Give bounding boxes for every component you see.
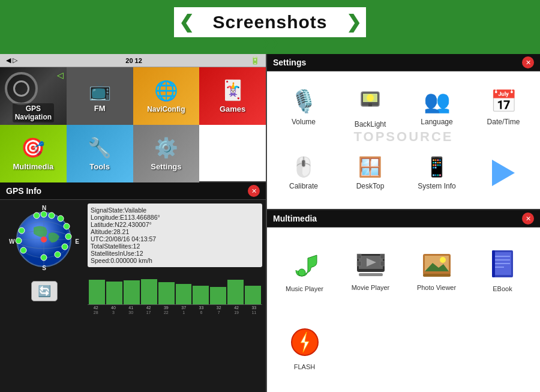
multimedia-item-music[interactable]: Music Player	[273, 234, 336, 309]
svg-point-11	[58, 216, 64, 222]
svg-rect-21	[368, 103, 372, 106]
naviconfig-icon: 🌐	[154, 79, 178, 102]
svg-point-15	[55, 252, 61, 258]
settings-app-icon: ⚙️	[154, 136, 178, 159]
settings-item-volume[interactable]: 🎙️ Volume	[272, 76, 335, 139]
app-cell-gps[interactable]: ◁ GPSNavigation	[0, 67, 67, 125]
settings-item-desktop[interactable]: 🪟 DeskTop	[338, 142, 402, 204]
photo-viewer-icon	[422, 251, 452, 280]
compass-n-label: N	[42, 205, 46, 211]
header-title: Screenshots	[212, 12, 327, 32]
svg-point-13	[65, 234, 71, 240]
settings-item-language[interactable]: 👥 Language	[405, 76, 469, 139]
fm-icon: 📺	[89, 80, 111, 101]
sysinfo-label: System Info	[418, 182, 455, 190]
multimedia-label: Multimedia	[13, 162, 53, 171]
tools-label: Tools	[89, 162, 110, 171]
settings-panel-header: Settings ✕	[267, 54, 540, 71]
latitude: Latitude:N22.430007°	[91, 221, 259, 228]
bar-3	[124, 280, 140, 304]
gps-chart: 42 40 41 42 39 37 33 32 42 33 28	[88, 269, 262, 388]
naviconfig-label: NaviConfig	[147, 105, 185, 113]
multimedia-grid: Music Player	[267, 228, 540, 392]
games-icon: 🃏	[221, 79, 245, 101]
svg-point-22	[298, 269, 305, 276]
bar-8	[210, 287, 226, 305]
settings-item-backlight[interactable]: BackLight	[338, 76, 402, 139]
bar-4	[141, 279, 157, 304]
utc: UTC:20/08/16 04:13:57	[91, 235, 259, 243]
settings-item-datetime[interactable]: 📅 Date/Time	[472, 76, 535, 139]
gps-wheel-inner	[13, 80, 29, 97]
altitude: Altitude:28.21	[91, 228, 259, 235]
settings-grid: 🎙️ Volume BackLight 👥	[267, 71, 540, 209]
fm-label: FM	[94, 104, 106, 113]
refresh-button[interactable]: 🔄	[31, 281, 58, 301]
svg-point-9	[41, 211, 47, 217]
datetime-label: Date/Time	[487, 118, 520, 126]
multimedia-panel-title: Multimedia	[273, 214, 317, 223]
bar-6	[176, 284, 192, 304]
gps-info-panel: GPS Info ✕ N S E W	[0, 182, 266, 392]
gps-data-area: SignalState:Vailable Longitude:E113.4668…	[88, 204, 262, 267]
svg-rect-30	[359, 273, 383, 276]
bar-1	[89, 280, 105, 304]
multimedia-panel: Multimedia ✕ Music Player	[267, 210, 540, 392]
multimedia-item-flash[interactable]: FLASH	[273, 312, 336, 387]
music-player-icon	[290, 249, 320, 282]
settings-panel-title: Settings	[273, 58, 306, 67]
compass-s-label: S	[42, 265, 46, 271]
svg-rect-28	[380, 261, 385, 266]
left-panel: ◀ ▷ 20 12 🔋 ◁ GPSNavigation 📺 FM 🌐	[0, 54, 267, 392]
longitude: Longitude:E113.466886°	[91, 214, 259, 221]
settings-app-label: Settings	[151, 162, 181, 171]
settings-item-sysinfo[interactable]: 📱 System Info	[405, 142, 469, 204]
refresh-icon: 🔄	[38, 285, 51, 298]
svg-point-8	[34, 213, 40, 219]
svg-rect-27	[380, 254, 385, 259]
app-cell-fm[interactable]: 📺 FM	[67, 67, 133, 125]
gps-text-chart: SignalState:Vailable Longitude:E113.4668…	[88, 204, 262, 388]
globe-svg	[7, 204, 82, 270]
movie-player-icon	[356, 251, 386, 280]
gps-label: GPSNavigation	[13, 103, 54, 122]
nav-arrows: ◀ ▷	[6, 56, 17, 64]
svg-point-5	[19, 228, 25, 234]
bar-5	[158, 282, 175, 304]
battery-icon: 🔋	[250, 56, 260, 65]
movie-player-label: Movie Player	[352, 284, 390, 291]
app-cell-settings[interactable]: ⚙️ Settings	[133, 125, 200, 182]
multimedia-item-ebook[interactable]: EBook	[471, 234, 534, 309]
svg-rect-42	[492, 250, 495, 277]
svg-rect-26	[357, 261, 361, 266]
svg-point-17	[41, 237, 47, 243]
backlight-label: BackLight	[355, 120, 386, 128]
app-cell-tools[interactable]: 🔧 Tools	[67, 125, 133, 182]
multimedia-close-button[interactable]: ✕	[522, 213, 534, 225]
calibrate-label: Calibrate	[289, 182, 318, 190]
svg-point-20	[367, 94, 374, 101]
time-display: 20 12	[125, 57, 142, 64]
app-cell-naviconfig[interactable]: 🌐 NaviConfig	[133, 67, 200, 125]
multimedia-item-movie[interactable]: Movie Player	[339, 234, 402, 309]
settings-item-play[interactable]	[472, 142, 535, 204]
backlight-icon	[358, 87, 382, 116]
bar-10	[245, 286, 261, 304]
svg-point-14	[62, 244, 68, 250]
gps-close-button[interactable]: ✕	[248, 185, 260, 197]
music-player-label: Music Player	[286, 285, 323, 292]
ebook-label: EBook	[493, 285, 512, 292]
compass-e-label: E	[75, 238, 79, 244]
svg-rect-35	[423, 274, 451, 277]
multimedia-item-photo[interactable]: Photo Viewer	[405, 234, 468, 309]
calibrate-icon: 🖱️	[292, 155, 316, 178]
app-cell-multimedia[interactable]: 🎯 Multimedia	[0, 125, 67, 182]
settings-close-button[interactable]: ✕	[522, 56, 534, 68]
right-panel: Settings ✕ 🎙️ Volume	[267, 54, 540, 392]
app-cell-games[interactable]: 🃏 Games	[199, 67, 266, 125]
status-bar: ◀ ▷ 20 12 🔋	[0, 54, 266, 67]
sysinfo-icon: 📱	[425, 155, 449, 178]
gps-info-body: N S E W	[0, 200, 266, 392]
settings-item-calibrate[interactable]: 🖱️ Calibrate	[272, 142, 335, 204]
chart-number-labels: 42 40 41 42 39 37 33 32 42 33	[88, 306, 262, 310]
